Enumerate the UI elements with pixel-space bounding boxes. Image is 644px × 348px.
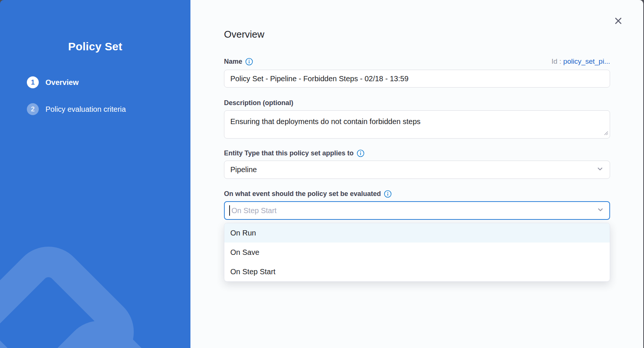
- entity-type-label: Entity Type that this policy set applies…: [224, 148, 364, 158]
- option-on-step-start[interactable]: On Step Start: [224, 262, 610, 281]
- event-options-listbox: On Run On Save On Step Start: [224, 223, 610, 282]
- policy-set-modal: Policy Set 1 Overview 2 Policy evaluatio…: [0, 0, 643, 348]
- name-info-icon[interactable]: [245, 58, 253, 66]
- event-combobox-input[interactable]: [224, 201, 610, 220]
- step-2-label: Policy evaluation criteria: [45, 105, 126, 114]
- entity-type-value: Pipeline: [230, 165, 257, 174]
- sidebar: Policy Set 1 Overview 2 Policy evaluatio…: [0, 0, 190, 348]
- option-on-run[interactable]: On Run: [224, 223, 610, 243]
- event-label: On what event should the policy set be e…: [224, 189, 392, 199]
- entity-type-info-icon[interactable]: [357, 149, 364, 157]
- name-input[interactable]: [224, 70, 610, 88]
- entity-id: Id : policy_set_pi...: [552, 57, 610, 66]
- option-on-save[interactable]: On Save: [224, 243, 610, 262]
- overview-panel: Overview Name Id : policy_set_pi... Desc…: [190, 0, 643, 348]
- sidebar-step-overview[interactable]: 1 Overview: [27, 76, 190, 88]
- step-1-badge: 1: [27, 76, 39, 88]
- close-icon: [614, 16, 623, 26]
- name-label: Name: [224, 57, 253, 66]
- description-label: Description (optional): [224, 98, 293, 108]
- step-1-label: Overview: [45, 78, 79, 87]
- wizard-steps: 1 Overview 2 Policy evaluation criteria: [0, 76, 190, 115]
- step-2-badge: 2: [27, 103, 39, 115]
- policy-set-title: Policy Set: [0, 40, 190, 53]
- event-info-icon[interactable]: [384, 190, 392, 198]
- textarea-resize-handle[interactable]: [604, 130, 608, 137]
- description-textarea[interactable]: Ensuring that deployments do not contain…: [224, 110, 610, 139]
- sidebar-step-policy-evaluation-criteria[interactable]: 2 Policy evaluation criteria: [27, 103, 190, 115]
- id-prefix-label: Id :: [552, 57, 561, 65]
- close-button[interactable]: [611, 14, 625, 28]
- id-link[interactable]: policy_set_pi...: [563, 57, 610, 65]
- entity-type-select[interactable]: Pipeline: [224, 161, 610, 179]
- chevron-down-icon: [596, 165, 604, 174]
- page-title: Overview: [224, 0, 610, 41]
- text-cursor: [229, 205, 230, 216]
- chevron-down-icon: [597, 206, 604, 215]
